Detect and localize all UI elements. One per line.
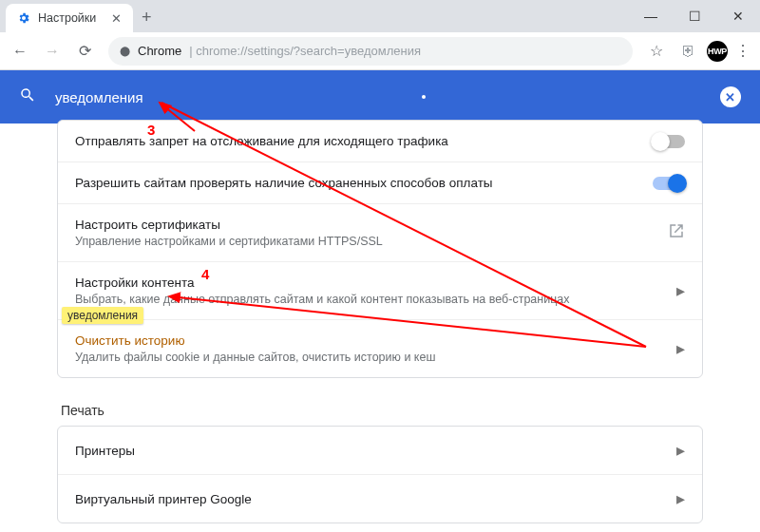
tab-title: Настройки [38,11,96,25]
search-highlight-badge: уведомления [62,307,143,324]
browser-menu-icon[interactable]: ⋮ [732,42,754,60]
chevron-right-icon: ▸ [676,280,685,301]
chevron-right-icon: ▸ [676,440,685,461]
forward-button[interactable]: → [38,37,66,66]
row-payment-check[interactable]: Разрешить сайтам проверять наличие сохра… [58,162,702,203]
settings-search-bar: уведомления ✕ [0,70,760,124]
close-window-button[interactable]: ✕ [716,0,760,32]
row-do-not-track[interactable]: Отправлять запрет на отслеживание для ис… [58,121,702,162]
search-cursor-dot [422,95,426,99]
row-subtitle: Выбрать, какие данные отправлять сайтам … [75,293,676,306]
profile-avatar[interactable]: HWP [707,41,728,62]
url-host: Chrome [138,44,181,58]
chevron-right-icon: ▸ [676,488,685,509]
shield-icon[interactable]: ⛨ [674,37,703,66]
row-title: Принтеры [75,444,676,458]
row-printers[interactable]: Принтеры ▸ [58,427,702,474]
section-heading-print: Печать [57,378,703,429]
reload-button[interactable]: ⟳ [70,37,99,66]
row-title: Настроить сертификаты [75,218,668,232]
settings-card-privacy: Отправлять запрет на отслеживание для ис… [57,120,703,378]
browser-tab[interactable]: Настройки ✕ [6,4,133,32]
address-bar[interactable]: ⬤ Chrome | chrome://settings/?search=уве… [108,37,633,66]
new-tab-button[interactable]: + [133,2,160,32]
search-query[interactable]: уведомления [55,89,143,105]
site-info-icon[interactable]: ⬤ [120,46,130,56]
url-path: | chrome://settings/?search=уведомления [189,44,421,58]
gear-icon [17,11,30,25]
toggle-off[interactable] [653,135,685,148]
settings-content: Отправлять запрет на отслеживание для ис… [0,120,760,523]
search-icon [19,86,36,107]
minimize-button[interactable]: — [629,0,673,32]
row-subtitle: Управление настройками и сертификатами H… [75,235,668,248]
browser-toolbar: ← → ⟳ ⬤ Chrome | chrome://settings/?sear… [0,32,760,70]
row-title: Очистить историю [75,333,676,348]
bookmark-star-icon[interactable]: ☆ [642,37,671,66]
toggle-on[interactable] [653,177,685,190]
row-cloud-print[interactable]: Виртуальный принтер Google ▸ [58,474,702,522]
clear-search-button[interactable]: ✕ [720,86,741,107]
row-title: Виртуальный принтер Google [75,492,676,506]
window-controls: — ☐ ✕ [629,0,760,32]
settings-card-print: Принтеры ▸ Виртуальный принтер Google ▸ [57,426,703,523]
browser-titlebar: Настройки ✕ + — ☐ ✕ [0,0,760,32]
external-link-icon [668,222,685,243]
maximize-button[interactable]: ☐ [673,0,716,32]
row-clear-history[interactable]: уведомления Очистить историю Удалить фай… [58,319,702,377]
close-tab-icon[interactable]: ✕ [111,11,122,26]
row-content-settings[interactable]: Настройки контента Выбрать, какие данные… [58,261,702,319]
row-subtitle: Удалить файлы cookie и данные сайтов, оч… [75,351,676,364]
back-button[interactable]: ← [6,37,34,66]
chevron-right-icon: ▸ [676,338,685,359]
row-certificates[interactable]: Настроить сертификаты Управление настрой… [58,203,702,261]
row-title: Отправлять запрет на отслеживание для ис… [75,134,653,148]
row-title: Разрешить сайтам проверять наличие сохра… [75,176,653,190]
row-title: Настройки контента [75,276,676,290]
